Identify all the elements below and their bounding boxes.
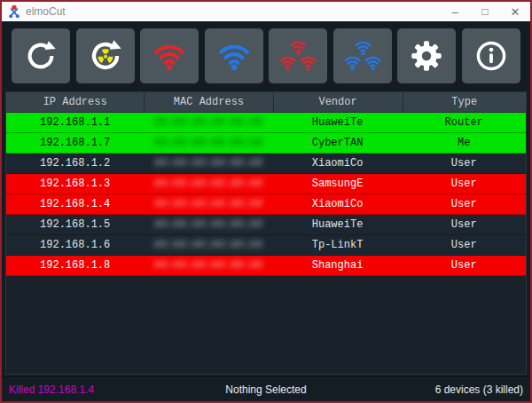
redacted-mac: ##:##:##:##:##:## xyxy=(154,116,262,129)
header-type[interactable]: Type xyxy=(403,92,526,112)
cell-type: Router xyxy=(403,113,526,132)
cell-mac: ##:##:##:##:##:## xyxy=(144,154,272,173)
table-row[interactable]: 192.168.1.3 ##:##:##:##:##:## SamsungE U… xyxy=(6,174,526,194)
redacted-mac: ##:##:##:##:##:## xyxy=(154,137,262,149)
cell-type: User xyxy=(403,174,526,194)
minimize-button[interactable]: – xyxy=(440,2,470,21)
header-ip-address[interactable]: IP Address xyxy=(6,92,144,112)
cell-type: User xyxy=(403,235,526,255)
table-row[interactable]: 192.168.1.7 ##:##:##:##:##:## CyberTAN M… xyxy=(6,133,526,154)
unkill-all-button[interactable] xyxy=(333,28,392,83)
wifi-multi-blue-icon xyxy=(342,37,383,75)
status-killed-label: Killed 192.168.1.4 xyxy=(9,383,225,396)
window-title: elmoCut xyxy=(26,5,440,18)
cell-type: User xyxy=(403,194,526,214)
cell-vendor: Tp-LinkT xyxy=(273,235,403,255)
cell-vendor: CyberTAN xyxy=(273,133,403,153)
table-row[interactable]: 192.168.1.5 ##:##:##:##:##:## HuaweiTe U… xyxy=(6,215,526,235)
refresh-button[interactable] xyxy=(12,28,70,83)
unkill-button[interactable] xyxy=(205,28,263,83)
redacted-mac: ##:##:##:##:##:## xyxy=(154,218,262,231)
statusbar: Killed 192.168.1.4 Nothing Selected 6 de… xyxy=(2,376,530,401)
cell-mac: ##:##:##:##:##:## xyxy=(144,256,272,275)
table-empty-area[interactable] xyxy=(6,276,526,374)
cell-vendor: XiaomiCo xyxy=(273,194,403,214)
cell-mac: ##:##:##:##:##:## xyxy=(144,113,272,132)
redacted-mac: ##:##:##:##:##:## xyxy=(154,198,262,210)
elmocut-window: elmoCut – □ ✕ xyxy=(0,0,532,403)
cell-ip: 192.168.1.5 xyxy=(6,215,144,234)
cell-mac: ##:##:##:##:##:## xyxy=(144,133,272,153)
table-header-row: IP Address MAC Address Vendor Type xyxy=(6,92,526,113)
toolbar xyxy=(2,21,530,91)
cell-ip: 192.168.1.1 xyxy=(6,113,144,132)
header-vendor[interactable]: Vendor xyxy=(273,92,403,112)
redacted-mac: ##:##:##:##:##:## xyxy=(154,178,262,190)
cell-ip: 192.168.1.3 xyxy=(6,174,144,194)
cell-vendor: Shanghai xyxy=(273,256,403,275)
cell-vendor: XiaomiCo xyxy=(273,154,403,173)
cell-mac: ##:##:##:##:##:## xyxy=(144,215,272,234)
settings-button[interactable] xyxy=(397,28,456,83)
cell-ip: 192.168.1.2 xyxy=(6,154,144,173)
device-table: IP Address MAC Address Vendor Type 192.1… xyxy=(5,91,527,375)
cell-type: Me xyxy=(403,133,526,153)
cell-ip: 192.168.1.6 xyxy=(6,235,144,255)
cell-ip: 192.168.1.8 xyxy=(6,256,144,275)
kill-all-button[interactable] xyxy=(269,28,327,83)
info-icon xyxy=(474,39,508,73)
redacted-mac: ##:##:##:##:##:## xyxy=(154,157,262,170)
cell-type: User xyxy=(403,215,526,234)
elmocut-scissors-logo-icon xyxy=(7,4,21,19)
cell-ip: 192.168.1.7 xyxy=(6,133,144,153)
titlebar: elmoCut – □ ✕ xyxy=(2,2,530,21)
table-row[interactable]: 192.168.1.4 ##:##:##:##:##:## XiaomiCo U… xyxy=(6,194,526,215)
kill-scan-button[interactable] xyxy=(76,28,135,83)
status-devices-label: 6 devices (3 killed) xyxy=(307,383,523,396)
cell-type: User xyxy=(403,154,526,173)
cell-mac: ##:##:##:##:##:## xyxy=(144,194,272,214)
table-row[interactable]: 192.168.1.1 ##:##:##:##:##:## HuaweiTe R… xyxy=(6,113,526,133)
about-button[interactable] xyxy=(462,28,520,83)
refresh-radioactive-icon xyxy=(88,38,123,74)
table-row[interactable]: 192.168.1.2 ##:##:##:##:##:## XiaomiCo U… xyxy=(6,154,526,174)
redacted-mac: ##:##:##:##:##:## xyxy=(154,259,262,272)
header-mac-address[interactable]: MAC Address xyxy=(144,92,272,112)
table-row[interactable]: 192.168.1.6 ##:##:##:##:##:## Tp-LinkT U… xyxy=(6,235,526,256)
wifi-red-icon xyxy=(151,37,188,75)
wifi-multi-red-icon xyxy=(278,37,318,75)
kill-button[interactable] xyxy=(140,28,199,83)
status-selection-label: Nothing Selected xyxy=(225,383,306,396)
wifi-blue-icon xyxy=(215,37,253,75)
cell-ip: 192.168.1.4 xyxy=(6,194,144,214)
cell-vendor: HuaweiTe xyxy=(273,215,403,234)
redacted-mac: ##:##:##:##:##:## xyxy=(154,239,262,251)
gear-icon xyxy=(409,38,444,74)
cell-vendor: SamsungE xyxy=(273,174,403,194)
close-button[interactable]: ✕ xyxy=(500,2,530,21)
cell-type: User xyxy=(403,256,526,275)
table-row[interactable]: 192.168.1.8 ##:##:##:##:##:## Shanghai U… xyxy=(6,256,526,276)
cell-mac: ##:##:##:##:##:## xyxy=(144,174,272,194)
refresh-icon xyxy=(24,39,58,73)
cell-vendor: HuaweiTe xyxy=(273,113,403,132)
cell-mac: ##:##:##:##:##:## xyxy=(144,235,272,255)
maximize-button[interactable]: □ xyxy=(470,2,500,21)
